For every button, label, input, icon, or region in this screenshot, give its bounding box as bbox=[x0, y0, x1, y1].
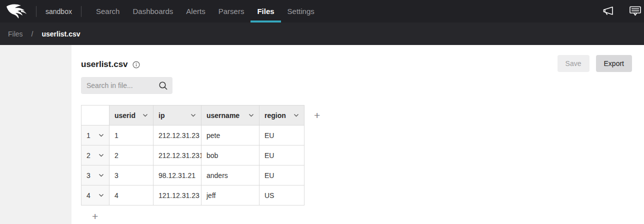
column-header-ip[interactable]: ip bbox=[154, 106, 202, 126]
row-number-cell[interactable]: 1 bbox=[82, 126, 110, 146]
chevron-down-icon[interactable] bbox=[98, 134, 104, 137]
info-icon[interactable] bbox=[132, 61, 140, 68]
nav-item-settings[interactable]: Settings bbox=[281, 0, 321, 22]
nav-item-alerts[interactable]: Alerts bbox=[180, 0, 212, 22]
row-number: 2 bbox=[86, 152, 90, 160]
row-number-cell[interactable]: 4 bbox=[82, 186, 110, 206]
add-row-button[interactable]: + bbox=[92, 211, 98, 222]
table-cell-region[interactable]: EU bbox=[260, 146, 304, 166]
file-search bbox=[81, 77, 172, 94]
column-header-username[interactable]: username bbox=[202, 106, 260, 126]
row-number-cell[interactable]: 3 bbox=[82, 166, 110, 186]
main-area: userlist.csv Save Export bbox=[0, 45, 644, 224]
table-cell-userid[interactable]: 2 bbox=[110, 146, 154, 166]
table-corner-cell bbox=[82, 106, 110, 126]
main-navigation: Search Dashboards Alerts Parsers Files S… bbox=[90, 0, 321, 22]
crowdstrike-falcon-logo-icon[interactable] bbox=[6, 4, 28, 20]
row-number-cell[interactable]: 2 bbox=[82, 146, 110, 166]
column-label: region bbox=[264, 112, 286, 120]
add-column-button[interactable]: + bbox=[314, 110, 320, 120]
export-button[interactable]: Export bbox=[596, 55, 632, 72]
chevron-down-icon[interactable] bbox=[294, 114, 299, 117]
chevron-down-icon[interactable] bbox=[142, 114, 148, 117]
save-button[interactable]: Save bbox=[558, 55, 590, 72]
search-in-file-input[interactable] bbox=[81, 77, 172, 94]
chevron-down-icon[interactable] bbox=[98, 194, 104, 197]
nav-item-search[interactable]: Search bbox=[90, 0, 126, 22]
column-header-region[interactable]: region bbox=[260, 106, 304, 126]
chevron-down-icon[interactable] bbox=[98, 174, 104, 177]
page-title: userlist.csv bbox=[81, 60, 128, 70]
row-number: 1 bbox=[86, 132, 90, 140]
table-cell-username[interactable]: pete bbox=[202, 126, 260, 146]
table-cell-ip[interactable]: 212.12.31.23 bbox=[154, 126, 202, 146]
chevron-down-icon[interactable] bbox=[98, 154, 104, 157]
row-number: 4 bbox=[86, 192, 90, 200]
navbar-right-icons bbox=[602, 6, 642, 16]
workspace-name[interactable]: sandbox bbox=[44, 8, 74, 16]
csv-table: userid ip username bbox=[81, 105, 304, 206]
csv-table-area: userid ip username bbox=[81, 105, 644, 206]
column-header-userid[interactable]: userid bbox=[110, 106, 154, 126]
table-cell-region[interactable]: US bbox=[260, 186, 304, 206]
top-navbar: sandbox Search Dashboards Alerts Parsers… bbox=[0, 0, 644, 22]
chevron-down-icon[interactable] bbox=[248, 114, 254, 117]
breadcrumb-files-link[interactable]: Files bbox=[8, 30, 23, 38]
nav-item-dashboards[interactable]: Dashboards bbox=[126, 0, 180, 22]
table-cell-userid[interactable]: 4 bbox=[110, 186, 154, 206]
navbar-divider bbox=[81, 6, 82, 17]
nav-item-files[interactable]: Files bbox=[250, 0, 280, 22]
left-sidebar bbox=[0, 45, 72, 224]
file-editor-content: userlist.csv Save Export bbox=[72, 45, 644, 224]
table-cell-username[interactable]: jeff bbox=[202, 186, 260, 206]
table-cell-userid[interactable]: 1 bbox=[110, 126, 154, 146]
table-cell-region[interactable]: EU bbox=[260, 126, 304, 146]
nav-item-parsers[interactable]: Parsers bbox=[212, 0, 251, 22]
table-cell-username[interactable]: bob bbox=[202, 146, 260, 166]
column-label: ip bbox=[158, 112, 164, 120]
file-actions: Save Export bbox=[558, 55, 632, 72]
table-cell-region[interactable]: EU bbox=[260, 166, 304, 186]
table-cell-ip[interactable]: 98.12.31.21 bbox=[154, 166, 202, 186]
table-cell-userid[interactable]: 3 bbox=[110, 166, 154, 186]
table-cell-ip[interactable]: 212.12.31.231 bbox=[154, 146, 202, 166]
column-label: userid bbox=[114, 112, 136, 120]
feedback-icon[interactable] bbox=[630, 6, 641, 16]
table-cell-ip[interactable]: 121.12.31.23 bbox=[154, 186, 202, 206]
row-number: 3 bbox=[86, 172, 90, 180]
navbar-divider bbox=[36, 6, 36, 17]
table-cell-username[interactable]: anders bbox=[202, 166, 260, 186]
chevron-down-icon[interactable] bbox=[190, 114, 196, 117]
breadcrumb: Files / userlist.csv bbox=[0, 22, 644, 45]
column-label: username bbox=[206, 112, 240, 120]
breadcrumb-current-file: userlist.csv bbox=[42, 30, 80, 38]
megaphone-icon[interactable] bbox=[602, 6, 614, 16]
breadcrumb-separator: / bbox=[32, 30, 34, 38]
